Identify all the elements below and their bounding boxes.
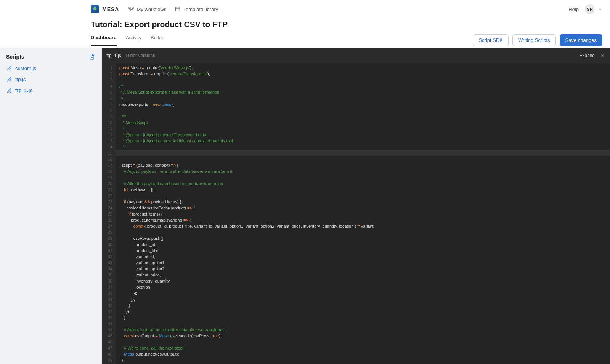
file-item-ftp_1-js[interactable]: ftp_1.js bbox=[5, 86, 97, 95]
edit-icon bbox=[7, 88, 12, 93]
older-versions-link[interactable]: Older versions bbox=[126, 53, 155, 58]
workspace: Scripts custom.jsftp.jsftp_1.js ftp_1.js… bbox=[0, 48, 610, 364]
titlebar: Tutorial: Export product CSV to FTP bbox=[0, 18, 610, 33]
templates-icon bbox=[175, 6, 181, 12]
close-icon[interactable] bbox=[600, 53, 605, 58]
file-list: custom.jsftp.jsftp_1.js bbox=[5, 64, 97, 95]
nav-my-workflows[interactable]: My workflows bbox=[128, 6, 166, 12]
avatar: SR bbox=[585, 4, 595, 14]
svg-rect-2 bbox=[130, 10, 132, 11]
file-item-label: custom.js bbox=[15, 65, 36, 71]
editor-header: ftp_1.js Older versions Expand bbox=[102, 48, 610, 63]
brand-icon bbox=[91, 5, 99, 13]
nav-my-workflows-label: My workflows bbox=[136, 6, 166, 12]
file-item-label: ftp.js bbox=[15, 77, 26, 82]
file-item-label: ftp_1.js bbox=[15, 88, 33, 93]
script-sdk-button[interactable]: Script SDK bbox=[473, 34, 509, 46]
sidebar: Scripts custom.jsftp.jsftp_1.js bbox=[0, 48, 102, 364]
editor: ftp_1.js Older versions Expand 123456789… bbox=[102, 48, 610, 364]
file-item-custom-js[interactable]: custom.js bbox=[5, 64, 97, 73]
brand-name: MESA bbox=[102, 6, 119, 12]
svg-rect-3 bbox=[176, 7, 180, 11]
topbar: MESA My workflows Template library Help … bbox=[0, 0, 610, 18]
chevron-down-icon bbox=[598, 7, 602, 11]
svg-rect-0 bbox=[129, 7, 130, 9]
nav-template-library-label: Template library bbox=[183, 6, 218, 12]
code-content[interactable]: const Mesa = require('vendor/Mesa.js'); … bbox=[116, 63, 610, 364]
tab-activity[interactable]: Activity bbox=[126, 35, 141, 46]
sidebar-title: Scripts bbox=[6, 54, 24, 60]
edit-icon bbox=[7, 77, 12, 82]
editor-filename: ftp_1.js bbox=[106, 53, 121, 58]
save-button[interactable]: Save changes bbox=[560, 34, 602, 46]
tab-builder[interactable]: Builder bbox=[151, 35, 166, 46]
code-area[interactable]: 1234567891011121314151617181920212223242… bbox=[102, 63, 610, 364]
subhead: Dashboard Activity Builder Script SDK Wr… bbox=[0, 33, 610, 48]
tab-dashboard[interactable]: Dashboard bbox=[91, 35, 117, 46]
svg-rect-1 bbox=[132, 7, 133, 9]
add-file-icon[interactable] bbox=[88, 53, 95, 60]
edit-icon bbox=[7, 66, 12, 71]
help-link[interactable]: Help bbox=[568, 6, 579, 12]
writing-scripts-button[interactable]: Writing Scripts bbox=[512, 34, 556, 46]
brand[interactable]: MESA bbox=[91, 5, 119, 13]
page-title: Tutorial: Export product CSV to FTP bbox=[91, 20, 602, 29]
sidebar-header: Scripts bbox=[5, 53, 97, 64]
tabs: Dashboard Activity Builder bbox=[91, 35, 166, 46]
topnav: My workflows Template library bbox=[128, 6, 218, 12]
nav-template-library[interactable]: Template library bbox=[175, 6, 218, 12]
workflows-icon bbox=[128, 6, 134, 12]
line-gutter: 1234567891011121314151617181920212223242… bbox=[102, 63, 116, 364]
file-item-ftp-js[interactable]: ftp.js bbox=[5, 75, 97, 84]
user-menu[interactable]: SR bbox=[585, 4, 602, 14]
expand-button[interactable]: Expand bbox=[579, 53, 595, 58]
page-actions: Script SDK Writing Scripts Save changes bbox=[473, 34, 602, 46]
